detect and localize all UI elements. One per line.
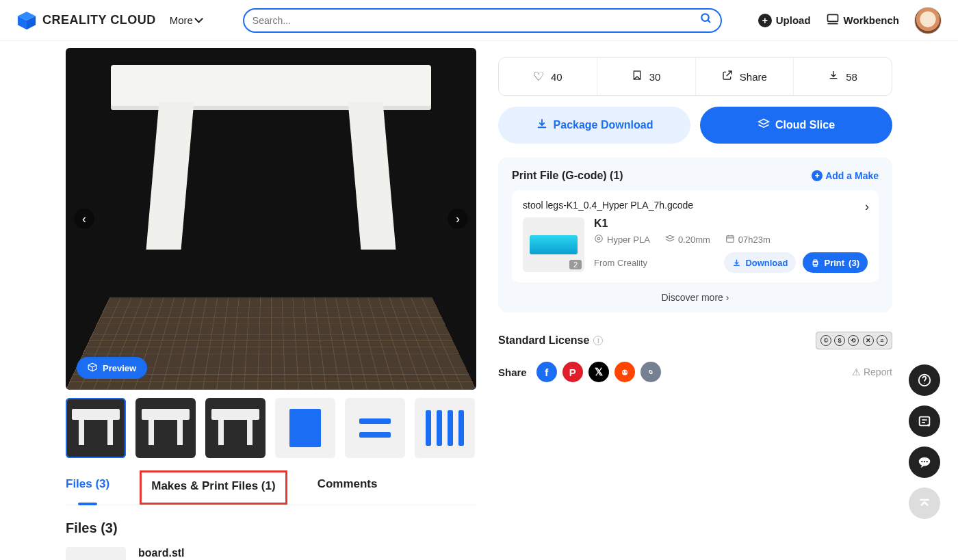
chevron-right-icon: › bbox=[726, 292, 729, 303]
svg-rect-12 bbox=[814, 260, 817, 262]
chevron-down-icon bbox=[196, 14, 202, 26]
workbench-button[interactable]: Workbench bbox=[826, 12, 899, 28]
search-bar[interactable] bbox=[243, 8, 722, 33]
gallery-thumb[interactable] bbox=[135, 398, 196, 458]
search-icon[interactable] bbox=[700, 12, 712, 28]
gallery-next-button[interactable]: › bbox=[448, 209, 468, 229]
package-download-button[interactable]: Package Download bbox=[498, 107, 690, 144]
upload-button[interactable]: + Upload bbox=[758, 14, 811, 27]
gallery-thumb[interactable] bbox=[345, 398, 405, 458]
heart-icon: ♡ bbox=[533, 69, 544, 84]
file-thumbnail bbox=[66, 547, 126, 560]
plus-icon: + bbox=[758, 14, 772, 27]
gcode-thumbnail: 2 bbox=[523, 217, 584, 272]
user-avatar[interactable] bbox=[914, 7, 942, 34]
license-icons: ©$⟲ ✕≡ bbox=[816, 332, 892, 349]
svg-point-9 bbox=[597, 237, 600, 240]
svg-point-16 bbox=[625, 371, 627, 373]
share-facebook-icon[interactable]: f bbox=[536, 362, 557, 382]
content-tabs: Files (3) Makes & Print Files (1) Commen… bbox=[66, 477, 476, 505]
help-fab[interactable] bbox=[909, 364, 940, 396]
site-header: CREALITY CLOUD More + Upload Workbench bbox=[0, 0, 958, 41]
gcode-filename: stool legs-K1_0.4_Hyper PLA_7h.gcode bbox=[523, 200, 868, 211]
clock-icon bbox=[725, 234, 735, 245]
svg-point-3 bbox=[701, 14, 709, 21]
svg-line-4 bbox=[708, 20, 710, 23]
plus-circle-icon: + bbox=[812, 170, 823, 181]
svg-rect-13 bbox=[814, 265, 817, 266]
svg-point-8 bbox=[595, 235, 603, 243]
brand-logo[interactable]: CREALITY CLOUD bbox=[16, 10, 156, 31]
more-menu[interactable]: More bbox=[170, 14, 202, 26]
download-icon bbox=[828, 70, 839, 84]
file-name: board.stl bbox=[138, 547, 259, 559]
brand-text: CREALITY CLOUD bbox=[42, 13, 156, 27]
svg-point-20 bbox=[921, 461, 922, 462]
feedback-fab[interactable] bbox=[909, 405, 940, 437]
tab-files[interactable]: Files (3) bbox=[66, 477, 109, 505]
share-link-icon[interactable] bbox=[640, 362, 661, 382]
stats-bar: ♡40 30 Share 58 bbox=[498, 57, 892, 96]
svg-rect-10 bbox=[727, 236, 734, 242]
share-stat[interactable]: Share bbox=[696, 58, 794, 95]
floating-action-buttons bbox=[909, 364, 940, 519]
tab-comments[interactable]: Comments bbox=[318, 477, 378, 505]
file-list-item[interactable]: board.stl 150.00 x 200.00 x 20.00 mm bbox=[66, 547, 476, 560]
gallery-main-image: ‹ › Preview bbox=[66, 48, 476, 390]
chevron-right-icon: › bbox=[865, 200, 869, 214]
chat-fab[interactable] bbox=[909, 446, 940, 478]
add-make-link[interactable]: + Add a Make bbox=[812, 170, 879, 181]
download-icon bbox=[536, 118, 548, 133]
svg-point-14 bbox=[622, 370, 627, 375]
gallery-thumb[interactable] bbox=[275, 398, 335, 458]
share-pinterest-icon[interactable]: P bbox=[562, 362, 583, 382]
cube-3d-icon bbox=[88, 362, 97, 374]
share-label: Share bbox=[498, 366, 527, 378]
gcode-count-badge: 2 bbox=[569, 260, 582, 269]
layers-icon bbox=[758, 118, 770, 133]
logo-cube-icon bbox=[16, 10, 37, 31]
share-reddit-icon[interactable] bbox=[614, 362, 635, 382]
search-input[interactable] bbox=[253, 15, 700, 26]
bookmark-stat[interactable]: 30 bbox=[597, 58, 696, 95]
printer-name: K1 bbox=[594, 217, 868, 230]
license-label: Standard License i bbox=[498, 334, 603, 347]
like-stat[interactable]: ♡40 bbox=[499, 58, 597, 95]
gallery-thumb[interactable] bbox=[415, 398, 475, 458]
warning-icon: ⚠ bbox=[852, 366, 861, 377]
files-section-title: Files (3) bbox=[66, 520, 476, 536]
bookmark-icon bbox=[632, 70, 643, 84]
gallery-thumbnails bbox=[66, 398, 476, 458]
gcode-download-button[interactable]: Download bbox=[724, 252, 796, 273]
share-icon bbox=[722, 70, 733, 84]
discover-more-link[interactable]: Discover more › bbox=[512, 292, 879, 303]
gcode-print-button[interactable]: Print (3) bbox=[803, 252, 868, 273]
share-x-icon[interactable]: 𝕏 bbox=[588, 362, 609, 382]
tab-makes-print-files[interactable]: Makes & Print Files (1) bbox=[140, 470, 287, 505]
cloud-slice-button[interactable]: Cloud Slice bbox=[700, 107, 892, 144]
gallery-thumb[interactable] bbox=[205, 398, 266, 458]
info-icon[interactable]: i bbox=[593, 336, 603, 345]
svg-point-22 bbox=[926, 461, 927, 462]
gcode-card[interactable]: stool legs-K1_0.4_Hyper PLA_7h.gcode › 2… bbox=[512, 190, 879, 282]
svg-rect-5 bbox=[827, 14, 838, 21]
material-icon bbox=[594, 234, 604, 245]
svg-point-21 bbox=[924, 461, 925, 462]
svg-point-15 bbox=[623, 371, 624, 373]
download-stat[interactable]: 58 bbox=[794, 58, 892, 95]
panel-title: Print File (G-code) (1) bbox=[512, 170, 623, 182]
report-link[interactable]: ⚠ Report bbox=[852, 366, 892, 377]
gcode-source: From Creality bbox=[594, 258, 647, 268]
preview-button[interactable]: Preview bbox=[77, 357, 147, 379]
workbench-icon bbox=[826, 12, 840, 28]
gallery-prev-button[interactable]: ‹ bbox=[74, 209, 94, 229]
scroll-top-fab[interactable] bbox=[909, 488, 940, 519]
print-file-panel: Print File (G-code) (1) + Add a Make sto… bbox=[498, 157, 892, 312]
gallery-thumb[interactable] bbox=[66, 398, 126, 458]
layer-icon bbox=[665, 234, 675, 245]
